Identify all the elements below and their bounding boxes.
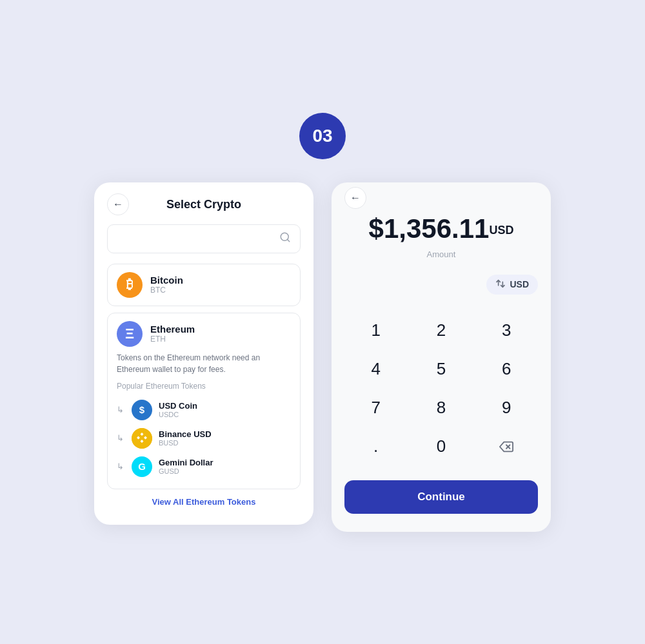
- gusd-name: Gemini Dollar: [159, 458, 213, 467]
- usdc-icon: [132, 400, 152, 420]
- ethereum-name: Ethereum: [150, 324, 195, 335]
- ethereum-main-row: Ethereum ETH: [117, 321, 291, 347]
- ethereum-icon: [117, 321, 143, 347]
- ethereum-description: Tokens on the Ethereum network need an E…: [117, 352, 291, 375]
- usdc-arrow-icon: ↳: [117, 405, 124, 415]
- gusd-symbol: [138, 461, 146, 472]
- amount-display: $1,356.11USD: [344, 213, 538, 244]
- search-icon: [279, 231, 291, 246]
- step-number: 03: [312, 126, 332, 146]
- gusd-ticker: GUSD: [159, 467, 213, 475]
- numpad-7[interactable]: 7: [344, 390, 407, 426]
- numpad-1[interactable]: 1: [344, 313, 407, 349]
- left-screen-title: Select Crypto: [166, 198, 241, 211]
- currency-toggle-area: USD: [344, 275, 538, 295]
- usdc-name: USD Coin: [159, 401, 197, 411]
- search-container: [107, 224, 301, 253]
- svg-line-1: [287, 239, 289, 241]
- usdc-item[interactable]: ↳ USD Coin USDC: [117, 396, 291, 424]
- busd-item[interactable]: ↳ Binance USD BUSD: [117, 424, 291, 453]
- numpad-2[interactable]: 2: [410, 313, 472, 349]
- numpad-6[interactable]: 6: [475, 351, 538, 387]
- usdc-info: USD Coin USDC: [159, 401, 197, 418]
- view-all-button[interactable]: View All Ethereum Tokens: [107, 497, 301, 507]
- ethereum-ticker: ETH: [150, 335, 195, 344]
- busd-icon: [132, 428, 152, 449]
- bitcoin-name: Bitcoin: [150, 275, 183, 286]
- currency-toggle-button[interactable]: USD: [486, 275, 538, 295]
- gusd-arrow-icon: ↳: [117, 462, 124, 471]
- numpad-4[interactable]: 4: [344, 351, 407, 387]
- numpad-dot[interactable]: .: [344, 429, 407, 465]
- gusd-info: Gemini Dollar GUSD: [159, 458, 213, 475]
- right-back-button[interactable]: ←: [344, 187, 366, 209]
- numpad-backspace-button[interactable]: [475, 429, 538, 465]
- btc-symbol-icon: [126, 277, 133, 292]
- usdc-symbol: [139, 404, 144, 415]
- gusd-item[interactable]: ↳ Gemini Dollar GUSD: [117, 453, 291, 481]
- amount-value: $1,356.11: [369, 213, 490, 244]
- numpad-9[interactable]: 9: [475, 390, 538, 426]
- eth-symbol-icon: [125, 326, 134, 342]
- ethereum-section: Ethereum ETH Tokens on the Ethereum netw…: [107, 313, 301, 489]
- bitcoin-info: Bitcoin BTC: [150, 275, 183, 295]
- busd-ticker: BUSD: [159, 439, 212, 447]
- numpad-0[interactable]: 0: [410, 429, 472, 465]
- amount-screen: ← $1,356.11USD Amount USD 1 2 3 4 5 6: [332, 182, 551, 532]
- step-badge: 03: [299, 113, 346, 159]
- right-back-arrow: ←: [350, 192, 361, 204]
- numpad: 1 2 3 4 5 6 7 8 9 . 0: [344, 313, 538, 465]
- continue-button[interactable]: Continue: [344, 480, 538, 514]
- busd-arrow-icon: ↳: [117, 433, 124, 443]
- usdc-ticker: USDC: [159, 411, 197, 418]
- svg-point-2: [132, 428, 152, 449]
- numpad-8[interactable]: 8: [410, 390, 472, 426]
- swap-icon: [495, 278, 506, 291]
- left-screen-header: ← Select Crypto: [107, 198, 301, 211]
- amount-label: Amount: [344, 249, 538, 259]
- numpad-3[interactable]: 3: [475, 313, 538, 349]
- left-back-arrow: ←: [113, 199, 123, 210]
- bitcoin-item[interactable]: Bitcoin BTC: [107, 264, 301, 306]
- popular-tokens-label: Popular Ethereum Tokens: [117, 382, 291, 391]
- gusd-icon: [132, 456, 152, 477]
- numpad-5[interactable]: 5: [410, 351, 472, 387]
- left-back-button[interactable]: ←: [107, 193, 129, 215]
- bitcoin-icon: [117, 272, 143, 298]
- busd-info: Binance USD BUSD: [159, 429, 212, 447]
- select-crypto-screen: ← Select Crypto Bitcoin BTC: [94, 182, 313, 525]
- currency-badge-label: USD: [510, 279, 529, 289]
- screens-container: ← Select Crypto Bitcoin BTC: [94, 182, 551, 532]
- amount-currency-superscript: USD: [489, 223, 513, 236]
- busd-name: Binance USD: [159, 429, 212, 439]
- ethereum-info: Ethereum ETH: [150, 324, 195, 344]
- search-input[interactable]: [117, 233, 279, 244]
- bitcoin-ticker: BTC: [150, 286, 183, 295]
